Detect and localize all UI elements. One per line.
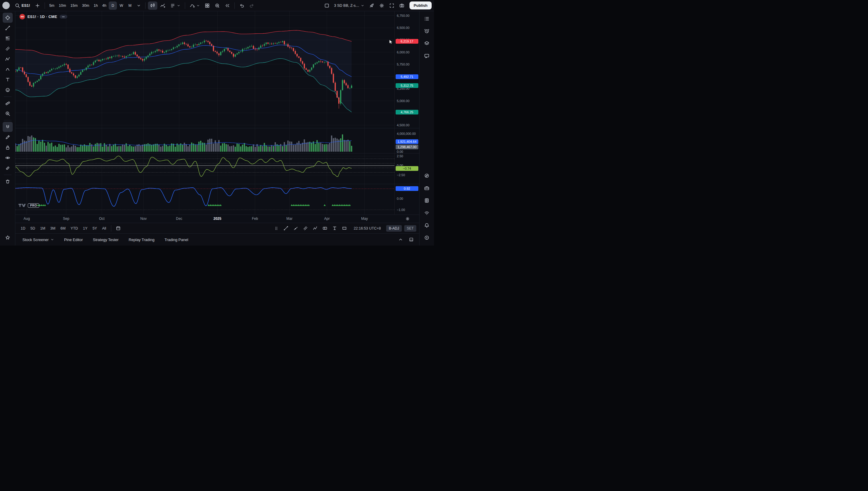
portfolio-button[interactable] <box>422 183 432 193</box>
compare-button[interactable] <box>188 1 202 10</box>
replay-rewind-icon <box>225 3 230 8</box>
volume-pane[interactable]: 4,000,000.000.001,921,404.641,298,467.00 <box>16 128 419 153</box>
interval-1h[interactable]: 1h <box>91 1 100 10</box>
indicator-templates-button[interactable] <box>168 1 183 10</box>
fav-rectangle-button[interactable] <box>340 224 349 233</box>
chart-style-button[interactable] <box>148 1 157 10</box>
add-symbol-button[interactable] <box>33 1 42 10</box>
hide-drawings-button[interactable] <box>3 153 13 163</box>
crosshair-tool-button[interactable] <box>3 13 13 23</box>
signal-pane[interactable]: 0.00−1.000.92 PRO <box>16 184 419 214</box>
object-tree-button[interactable] <box>422 38 432 49</box>
interval-30m[interactable]: 30m <box>80 1 91 10</box>
chat-button[interactable] <box>422 51 432 61</box>
streams-button[interactable] <box>422 208 432 218</box>
dom-button[interactable] <box>422 195 432 205</box>
draw-mode-button[interactable] <box>3 132 13 142</box>
trend-line-tool-button[interactable] <box>3 23 13 33</box>
zscore-pane[interactable]: 2.500.00−2.50−0.74 <box>16 153 419 184</box>
redo-button[interactable] <box>247 1 257 10</box>
settlement-toggle-button[interactable]: SET <box>404 225 416 232</box>
fav-position-button[interactable] <box>330 224 339 233</box>
fullscreen-button[interactable] <box>387 1 396 10</box>
clock-label[interactable]: 22:16:53 UTC+8 <box>354 226 381 230</box>
zscore-scale[interactable]: 2.500.00−2.50−0.74 <box>394 153 419 184</box>
brush-tool-button[interactable] <box>3 64 13 74</box>
indicators-button[interactable] <box>158 1 167 10</box>
replay-button[interactable] <box>223 1 232 10</box>
price-chart-canvas[interactable] <box>16 11 394 128</box>
notifications-button[interactable] <box>422 220 432 230</box>
boost-button[interactable] <box>367 1 376 10</box>
range-1y[interactable]: 1Y <box>81 225 90 232</box>
help-button[interactable] <box>422 233 432 242</box>
create-alert-button[interactable] <box>213 1 222 10</box>
fib-tool-button[interactable] <box>3 33 13 44</box>
range-3m[interactable]: 3M <box>48 225 58 232</box>
explore-button[interactable] <box>422 171 432 181</box>
range-6m[interactable]: 6M <box>58 225 68 232</box>
alerts-button[interactable] <box>422 26 432 36</box>
fav-channel-button[interactable] <box>301 224 310 233</box>
fav-pattern-button[interactable] <box>311 224 320 233</box>
interval-W[interactable]: W <box>117 1 125 10</box>
settings-button[interactable] <box>377 1 387 10</box>
signal-scale[interactable]: 0.00−1.000.92 <box>394 184 419 214</box>
volume-chart-canvas[interactable] <box>16 128 394 153</box>
watchlist-button[interactable] <box>422 13 432 24</box>
layout-grid-button[interactable] <box>202 1 212 10</box>
tab-strategy-tester[interactable]: Strategy Tester <box>89 236 122 244</box>
legend-collapse-pill[interactable] <box>60 15 67 19</box>
price-scale[interactable]: 4,500.004,750.005,000.005,250.005,500.00… <box>394 11 419 128</box>
tab-pine-editor[interactable]: Pine Editor <box>60 236 86 244</box>
zoom-tool-button[interactable] <box>3 109 13 119</box>
price-pane[interactable]: 4,500.004,750.005,000.005,250.005,500.00… <box>16 11 419 128</box>
publish-button[interactable]: Publish <box>410 1 431 9</box>
interval-10m[interactable]: 10m <box>57 1 68 10</box>
scale-settings-gear-icon[interactable] <box>405 216 410 221</box>
interval-D[interactable]: D <box>109 1 117 10</box>
undo-button[interactable] <box>237 1 247 10</box>
range-1m[interactable]: 1M <box>38 225 48 232</box>
pattern-tool-button[interactable] <box>3 54 13 64</box>
account-avatar[interactable] <box>2 2 10 9</box>
go-to-date-button[interactable] <box>114 224 123 233</box>
time-scale[interactable]: AugSepOctNovDec2025FebMarAprMay <box>16 214 419 223</box>
range-all[interactable]: All <box>100 225 109 232</box>
text-tool-button[interactable] <box>3 75 13 85</box>
snapshot-button[interactable] <box>397 1 407 10</box>
range-ytd[interactable]: YTD <box>68 225 80 232</box>
signal-chart-canvas[interactable] <box>16 184 394 214</box>
restore-panel-button[interactable] <box>407 235 416 244</box>
layout-name-button[interactable]: 3 SD BB, Z-s… <box>332 1 366 10</box>
remove-drawings-button[interactable] <box>3 176 13 186</box>
tab-stock-screener[interactable]: Stock Screener <box>19 236 58 244</box>
adjust-toggle-button[interactable]: B-ADJ <box>386 225 402 232</box>
interval-15m[interactable]: 15m <box>68 1 80 10</box>
sync-drawings-button[interactable] <box>3 163 13 173</box>
volume-scale[interactable]: 4,000,000.000.001,921,404.641,298,467.00 <box>394 128 419 153</box>
range-1d[interactable]: 1D <box>18 225 28 232</box>
layout-select-button[interactable] <box>322 1 332 10</box>
expand-panel-button[interactable] <box>396 235 405 244</box>
favorites-star-button[interactable] <box>3 233 13 242</box>
lock-drawings-button[interactable] <box>3 143 13 152</box>
channel-tool-button[interactable] <box>3 44 13 54</box>
emoji-tool-button[interactable] <box>3 85 13 95</box>
magnet-tool-button[interactable] <box>3 122 13 132</box>
range-5d[interactable]: 5D <box>28 225 37 232</box>
tab-replay-trading[interactable]: Replay Trading <box>125 236 158 244</box>
measure-tool-button[interactable] <box>3 98 13 108</box>
tab-trading-panel[interactable]: Trading Panel <box>161 236 192 244</box>
interval-dropdown-button[interactable] <box>135 1 143 10</box>
interval-4h[interactable]: 4h <box>100 1 108 10</box>
fav-ray-button[interactable] <box>291 224 300 233</box>
fav-price-label-button[interactable]: $ <box>320 224 330 233</box>
zscore-chart-canvas[interactable] <box>16 153 394 184</box>
interval-5m[interactable]: 5m <box>47 1 56 10</box>
range-5y[interactable]: 5Y <box>90 225 99 232</box>
favorites-drag-handle[interactable] <box>272 224 281 233</box>
fav-trend-line-button[interactable] <box>281 224 290 233</box>
interval-M[interactable]: M <box>126 1 134 10</box>
symbol-search-button[interactable]: ES1! <box>13 1 32 10</box>
